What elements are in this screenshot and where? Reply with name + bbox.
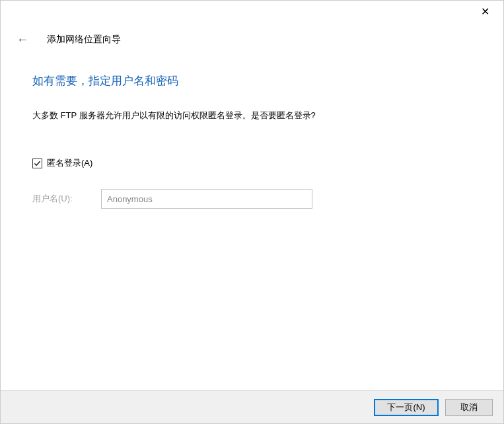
anonymous-checkbox-label: 匿名登录(A) bbox=[47, 157, 92, 169]
content-area: 如有需要，指定用户名和密码 大多数 FTP 服务器允许用户以有限的访问权限匿名登… bbox=[1, 46, 503, 209]
checkmark-icon bbox=[34, 160, 41, 167]
wizard-title: 添加网络位置向导 bbox=[47, 34, 121, 46]
page-description: 大多数 FTP 服务器允许用户以有限的访问权限匿名登录。是否要匿名登录? bbox=[32, 110, 472, 122]
header-row: ← 添加网络位置向导 bbox=[1, 24, 503, 46]
page-heading: 如有需要，指定用户名和密码 bbox=[32, 73, 472, 88]
close-icon[interactable]: ✕ bbox=[476, 5, 494, 19]
back-arrow-icon[interactable]: ← bbox=[17, 34, 30, 46]
username-row: 用户名(U): bbox=[32, 189, 472, 209]
cancel-button[interactable]: 取消 bbox=[445, 399, 493, 416]
titlebar: ✕ bbox=[1, 1, 503, 24]
anonymous-checkbox[interactable] bbox=[32, 159, 42, 168]
username-label: 用户名(U): bbox=[32, 193, 101, 205]
username-input[interactable] bbox=[101, 189, 312, 209]
footer: 下一页(N) 取消 bbox=[1, 390, 503, 423]
next-button[interactable]: 下一页(N) bbox=[374, 399, 439, 416]
anonymous-checkbox-row[interactable]: 匿名登录(A) bbox=[32, 157, 472, 169]
